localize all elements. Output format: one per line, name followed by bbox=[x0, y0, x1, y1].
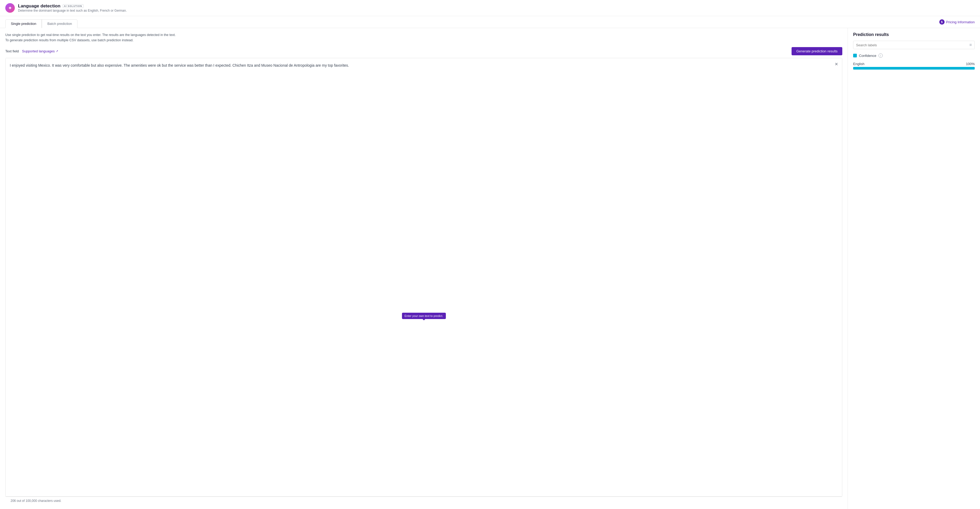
result-percentage: 100% bbox=[966, 62, 975, 66]
text-field-label: Text field bbox=[5, 49, 19, 53]
confidence-label: Confidence bbox=[859, 54, 877, 57]
supported-languages-text: Supported languages bbox=[22, 49, 55, 53]
generate-prediction-button[interactable]: Generate prediction results bbox=[792, 47, 842, 55]
confidence-color-box bbox=[853, 54, 857, 57]
tab-batch-prediction[interactable]: Batch prediction bbox=[42, 19, 78, 28]
app-title: Language detection bbox=[18, 3, 60, 9]
result-item-header: English 100% bbox=[853, 62, 975, 66]
app-logo bbox=[5, 3, 15, 13]
tabs-group: Single prediction Batch prediction bbox=[5, 19, 78, 28]
results-list: English 100% bbox=[853, 62, 975, 72]
confidence-legend-row: Confidence i bbox=[853, 53, 975, 57]
search-labels-input[interactable] bbox=[856, 43, 968, 47]
external-link-icon: ↗ bbox=[56, 49, 58, 53]
description-line1: Use single prediction to get real-time r… bbox=[5, 32, 842, 38]
result-bar-fill bbox=[853, 67, 975, 70]
supported-languages-link[interactable]: Supported languages ↗ bbox=[22, 49, 58, 53]
pricing-icon: $ bbox=[939, 19, 945, 25]
pricing-label: Pricing Information bbox=[946, 20, 975, 24]
char-count: 206 out of 100,000 characters used. bbox=[5, 496, 842, 505]
app-description: Determine the dominant language in text … bbox=[18, 9, 127, 13]
confidence-info-icon[interactable]: i bbox=[878, 53, 883, 57]
description-block: Use single prediction to get real-time r… bbox=[5, 32, 842, 43]
pricing-button[interactable]: $ Pricing Information bbox=[939, 19, 975, 28]
app-header: Language detection AI SOLUTION Determine… bbox=[0, 0, 980, 16]
prediction-results-title: Prediction results bbox=[853, 32, 975, 37]
content-area: Use single prediction to get real-time r… bbox=[0, 28, 980, 509]
tabs-bar: Single prediction Batch prediction $ Pri… bbox=[0, 16, 980, 28]
filter-icon[interactable]: ≡ bbox=[969, 43, 972, 47]
textarea-container: ✕ Enter your own text to predict. bbox=[5, 58, 842, 496]
main-container: Single prediction Batch prediction $ Pri… bbox=[0, 16, 980, 509]
text-field-label-row: Text field Supported languages ↗ bbox=[5, 49, 58, 53]
result-item: English 100% bbox=[853, 62, 975, 70]
header-text-group: Language detection AI SOLUTION Determine… bbox=[18, 3, 127, 13]
search-bar: ≡ bbox=[853, 41, 975, 49]
result-bar-bg bbox=[853, 67, 975, 70]
left-panel: Use single prediction to get real-time r… bbox=[0, 28, 848, 509]
tab-single-prediction[interactable]: Single prediction bbox=[5, 19, 42, 28]
clear-text-button[interactable]: ✕ bbox=[833, 61, 839, 67]
result-language: English bbox=[853, 62, 864, 66]
description-line2: To generate prediction results from mult… bbox=[5, 38, 842, 43]
text-input[interactable] bbox=[6, 58, 842, 496]
right-panel: Prediction results ≡ Confidence i Englis… bbox=[848, 28, 980, 509]
ai-badge: AI SOLUTION bbox=[63, 4, 84, 8]
text-field-header: Text field Supported languages ↗ Generat… bbox=[5, 47, 842, 55]
